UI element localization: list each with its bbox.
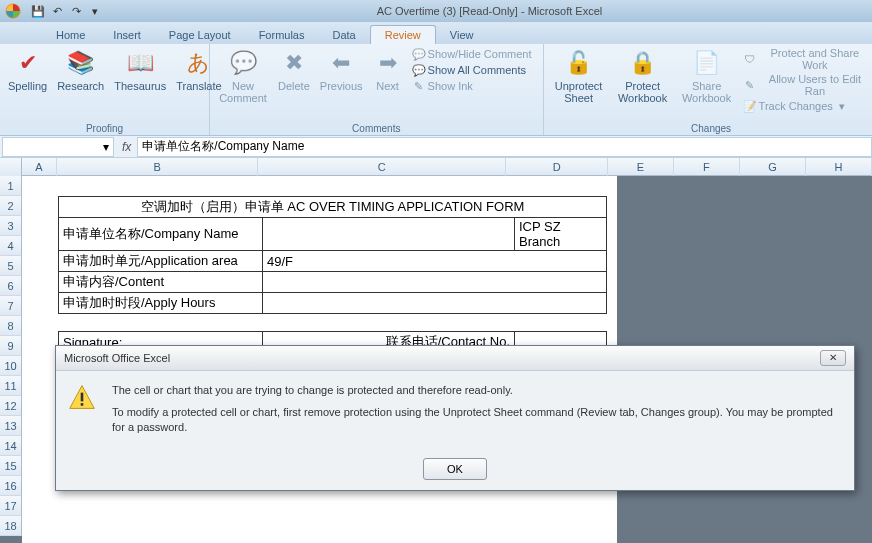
row-header-14[interactable]: 14	[0, 436, 22, 456]
tab-view[interactable]: View	[436, 26, 488, 44]
track-changes-button[interactable]: 📝Track Changes▾	[740, 98, 872, 114]
col-header-E[interactable]: E	[608, 158, 674, 176]
cell-company-label[interactable]: 申请单位名称/Company Name	[59, 218, 263, 251]
research-icon: 📚	[66, 48, 96, 78]
cell-hours-label[interactable]: 申请加时时段/Apply Hours	[59, 293, 263, 314]
row-header-7[interactable]: 7	[0, 296, 22, 316]
row-header-12[interactable]: 12	[0, 396, 22, 416]
comments-icon: 💬	[412, 63, 426, 77]
allow-edit-icon: ✎	[743, 78, 757, 92]
row-header-16[interactable]: 16	[0, 476, 22, 496]
row-header-8[interactable]: 8	[0, 316, 22, 336]
thesaurus-icon: 📖	[125, 48, 155, 78]
dialog-title: Microsoft Office Excel	[64, 352, 170, 364]
show-hide-comment-button[interactable]: 💬Show/Hide Comment	[409, 46, 539, 62]
protect-share-icon: 🛡	[743, 52, 757, 66]
select-all-corner[interactable]	[0, 158, 22, 176]
tab-insert[interactable]: Insert	[99, 26, 155, 44]
name-box-dropdown-icon[interactable]: ▾	[103, 140, 109, 154]
form-table: 空调加时（启用）申请单 AC OVER TIMING APPLICATION F…	[58, 196, 607, 353]
cell-area-value[interactable]: 49/F	[263, 251, 607, 272]
dialog-ok-button[interactable]: OK	[423, 458, 487, 480]
tab-data[interactable]: Data	[318, 26, 369, 44]
cell-hours-value[interactable]	[263, 293, 607, 314]
cell-company-value[interactable]	[263, 218, 515, 251]
row-header-13[interactable]: 13	[0, 416, 22, 436]
office-button[interactable]	[0, 0, 26, 22]
protect-workbook-button[interactable]: 🔒Protect Workbook	[612, 46, 674, 106]
group-label-proofing: Proofing	[4, 122, 205, 135]
share-workbook-button[interactable]: 📄Share Workbook	[676, 46, 738, 106]
dropdown-icon: ▾	[839, 100, 845, 112]
row-header-15[interactable]: 15	[0, 456, 22, 476]
col-header-G[interactable]: G	[740, 158, 806, 176]
show-ink-button[interactable]: ✎Show Ink	[409, 78, 539, 94]
svg-rect-2	[81, 393, 84, 402]
row-header-3[interactable]: 3	[0, 216, 22, 236]
formula-input[interactable]: 申请单位名称/Company Name	[137, 137, 872, 157]
research-button[interactable]: 📚Research	[53, 46, 108, 94]
allow-edit-ranges-button[interactable]: ✎Allow Users to Edit Ran	[740, 72, 872, 98]
redo-icon[interactable]: ↷	[68, 3, 84, 19]
col-header-D[interactable]: D	[506, 158, 607, 176]
qat-dropdown-icon[interactable]: ▾	[87, 3, 103, 19]
cell-content-value[interactable]	[263, 272, 607, 293]
thesaurus-button[interactable]: 📖Thesaurus	[110, 46, 170, 94]
ribbon-tabs: Home Insert Page Layout Formulas Data Re…	[0, 22, 872, 44]
row-header-17[interactable]: 17	[0, 496, 22, 516]
show-all-comments-button[interactable]: 💬Show All Comments	[409, 62, 539, 78]
fx-button[interactable]: fx	[116, 140, 137, 154]
row-header-4[interactable]: 4	[0, 236, 22, 256]
protect-share-button[interactable]: 🛡Protect and Share Work	[740, 46, 872, 72]
row-headers: 123456789101112131415161718	[0, 176, 22, 536]
dialog-close-button[interactable]: ✕	[820, 350, 846, 366]
warning-icon	[68, 383, 96, 411]
tab-formulas[interactable]: Formulas	[245, 26, 319, 44]
row-header-10[interactable]: 10	[0, 356, 22, 376]
row-header-11[interactable]: 11	[0, 376, 22, 396]
previous-icon: ⬅	[326, 48, 356, 78]
spelling-icon: ✔	[13, 48, 43, 78]
previous-comment-button[interactable]: ⬅Previous	[316, 46, 367, 94]
undo-icon[interactable]: ↶	[49, 3, 65, 19]
unprotect-sheet-button[interactable]: 🔓Unprotect Sheet	[548, 46, 610, 106]
new-comment-button[interactable]: 💬New Comment	[214, 46, 272, 106]
ink-icon: ✎	[412, 79, 426, 93]
col-header-F[interactable]: F	[674, 158, 740, 176]
row-header-18[interactable]: 18	[0, 516, 22, 536]
window-title: AC Overtime (3) [Read-Only] - Microsoft …	[107, 5, 872, 17]
tab-review[interactable]: Review	[370, 25, 436, 44]
col-header-B[interactable]: B	[57, 158, 258, 176]
delete-icon: ✖	[279, 48, 309, 78]
row-header-1[interactable]: 1	[0, 176, 22, 196]
delete-comment-button[interactable]: ✖Delete	[274, 46, 314, 94]
dialog-titlebar: Microsoft Office Excel ✕	[56, 346, 854, 371]
protection-dialog: Microsoft Office Excel ✕ The cell or cha…	[55, 345, 855, 491]
name-box[interactable]: ▾	[2, 137, 114, 157]
tab-page-layout[interactable]: Page Layout	[155, 26, 245, 44]
column-headers: ABCDEFGH	[0, 158, 872, 176]
spelling-button[interactable]: ✔Spelling	[4, 46, 51, 94]
row-header-6[interactable]: 6	[0, 276, 22, 296]
col-header-A[interactable]: A	[22, 158, 57, 176]
dialog-line2: To modify a protected cell or chart, fir…	[112, 405, 842, 434]
next-icon: ➡	[373, 48, 403, 78]
next-comment-button[interactable]: ➡Next	[369, 46, 407, 94]
form-title: 空调加时（启用）申请单 AC OVER TIMING APPLICATION F…	[59, 197, 607, 218]
formula-bar: ▾ fx 申请单位名称/Company Name	[0, 136, 872, 158]
cell-area-label[interactable]: 申请加时单元/Application area	[59, 251, 263, 272]
col-header-H[interactable]: H	[806, 158, 872, 176]
cell-branch[interactable]: ICP SZ Branch	[515, 218, 607, 251]
group-label-comments: Comments	[214, 122, 539, 135]
row-header-5[interactable]: 5	[0, 256, 22, 276]
row-header-9[interactable]: 9	[0, 336, 22, 356]
cell-content-label[interactable]: 申请内容/Content	[59, 272, 263, 293]
tab-home[interactable]: Home	[42, 26, 99, 44]
row-header-2[interactable]: 2	[0, 196, 22, 216]
share-workbook-icon: 📄	[692, 48, 722, 78]
unprotect-sheet-icon: 🔓	[564, 48, 594, 78]
svg-rect-3	[81, 403, 84, 406]
save-icon[interactable]: 💾	[30, 3, 46, 19]
office-icon	[4, 2, 22, 20]
col-header-C[interactable]: C	[258, 158, 506, 176]
